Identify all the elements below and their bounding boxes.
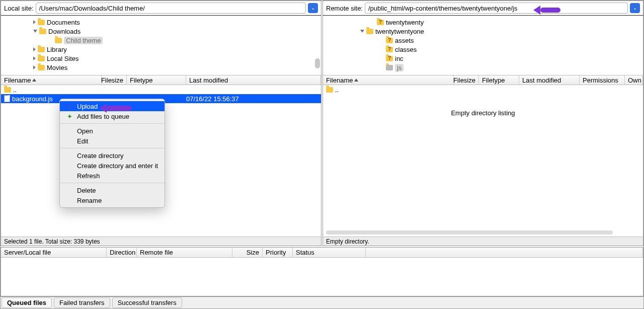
- tree-item-label: twentytwenty: [386, 19, 424, 26]
- col-filetype[interactable]: Filetype: [127, 75, 186, 85]
- tree-item-label: assets: [395, 37, 414, 44]
- menu-refresh[interactable]: Refresh: [60, 171, 165, 181]
- col-priority[interactable]: Priority: [263, 248, 293, 257]
- folder-icon: [386, 38, 393, 43]
- col-remote-file[interactable]: Remote file: [137, 248, 232, 257]
- add-queue-icon: ✦: [66, 113, 73, 120]
- tree-item-label: Movies: [47, 64, 67, 71]
- context-menu: ↑Upload ✦Add files to queue Open Edit Cr…: [59, 99, 165, 208]
- folder-icon: [38, 56, 45, 61]
- local-site-label: Local site:: [4, 5, 34, 12]
- empty-listing-message: Empty directory listing: [323, 94, 643, 117]
- col-permissions[interactable]: Permissions: [580, 75, 625, 85]
- remote-file-headers: Filename Filesize Filetype Last modified…: [323, 75, 643, 85]
- tree-item-label: Library: [47, 46, 67, 53]
- tree-item-label: Local Sites: [47, 55, 79, 62]
- remote-tree[interactable]: twentytwentytwentytwentyoneassetsclasses…: [323, 16, 643, 75]
- col-status[interactable]: Status: [293, 248, 366, 257]
- menu-separator: [60, 148, 165, 148]
- menu-create-dir[interactable]: Create directory: [60, 150, 165, 161]
- menu-separator: [60, 123, 165, 124]
- menu-separator: [60, 183, 165, 183]
- col-filesize[interactable]: Filesize: [102, 75, 127, 85]
- folder-icon: [386, 65, 393, 70]
- tree-item[interactable]: Documents: [1, 18, 321, 27]
- chevron-down-icon: ⌄: [633, 6, 637, 11]
- disclosure-triangle-icon[interactable]: [33, 47, 36, 51]
- col-size[interactable]: Size: [232, 248, 263, 257]
- transfer-queue-pane: Server/Local file Direction Remote file …: [1, 247, 643, 296]
- remote-status-bar: Empty directory.: [323, 237, 643, 246]
- menu-delete[interactable]: Delete: [60, 185, 165, 195]
- folder-icon: [386, 47, 393, 52]
- tree-item[interactable]: Child theme: [1, 36, 321, 45]
- disclosure-triangle-icon[interactable]: [33, 30, 37, 33]
- tab-queued-files[interactable]: Queued files: [2, 297, 52, 308]
- tree-item[interactable]: assets: [323, 36, 643, 45]
- remote-filelist[interactable]: .. Empty directory listing: [323, 85, 643, 237]
- menu-create-dir-enter[interactable]: Create directory and enter it: [60, 161, 165, 171]
- parent-dir-row[interactable]: ..: [323, 85, 643, 94]
- tree-item-label: Child theme: [64, 37, 103, 44]
- queue-body[interactable]: [1, 258, 643, 296]
- tree-item[interactable]: inc: [323, 54, 643, 63]
- folder-icon: [366, 29, 373, 34]
- disclosure-triangle-icon[interactable]: [360, 30, 364, 33]
- col-direction[interactable]: Direction: [107, 248, 137, 257]
- local-path-input[interactable]: [36, 3, 306, 14]
- remote-pane: Remote site: ⌄ twentytwentytwentytwentyo…: [323, 1, 643, 246]
- col-lastmod[interactable]: Last modified: [519, 75, 580, 85]
- tree-item[interactable]: js: [323, 63, 643, 72]
- file-icon: [4, 95, 10, 102]
- scrollbar-horizontal[interactable]: [326, 230, 613, 235]
- disclosure-triangle-icon[interactable]: [33, 65, 36, 69]
- parent-dir-row[interactable]: ..: [1, 85, 321, 94]
- tree-item-label: classes: [395, 46, 417, 53]
- local-file-headers: Filename Filesize Filetype Last modified: [1, 75, 321, 85]
- menu-edit[interactable]: Edit: [60, 136, 165, 146]
- remote-path-dropdown[interactable]: ⌄: [630, 3, 640, 13]
- col-filesize[interactable]: Filesize: [454, 75, 479, 85]
- tree-item[interactable]: twentytwenty: [323, 18, 643, 27]
- folder-icon: [326, 87, 333, 93]
- tree-item-label: twentytwentyone: [375, 28, 424, 35]
- tree-item[interactable]: Downloads: [1, 27, 321, 36]
- folder-icon: [38, 47, 45, 52]
- folder-icon: [377, 20, 384, 25]
- tree-item[interactable]: twentytwentyone: [323, 27, 643, 36]
- menu-rename[interactable]: Rename: [60, 195, 165, 205]
- tab-successful-transfers[interactable]: Successful transfers: [112, 297, 182, 308]
- col-lastmod[interactable]: Last modified: [186, 75, 321, 85]
- local-tree[interactable]: DocumentsDownloadsChild themeLibraryLoca…: [1, 16, 321, 75]
- queue-headers: Server/Local file Direction Remote file …: [1, 248, 643, 258]
- folder-icon: [39, 29, 46, 34]
- tree-item[interactable]: Movies: [1, 63, 321, 72]
- scrollbar-thumb[interactable]: [315, 58, 320, 68]
- tree-item-label: inc: [395, 55, 404, 62]
- menu-open[interactable]: Open: [60, 126, 165, 136]
- sort-asc-icon: [32, 79, 36, 82]
- tree-item-label: js: [395, 64, 404, 71]
- remote-path-input[interactable]: [365, 3, 628, 14]
- upload-icon: ↑: [66, 103, 73, 110]
- local-status-bar: Selected 1 file. Total size: 339 bytes: [1, 237, 321, 246]
- col-filename[interactable]: Filename: [1, 75, 102, 85]
- col-owner[interactable]: Own: [625, 75, 643, 85]
- tree-item-label: Documents: [47, 19, 80, 26]
- menu-upload[interactable]: ↑Upload: [60, 101, 165, 111]
- disclosure-triangle-icon[interactable]: [33, 20, 36, 24]
- remote-site-label: Remote site:: [326, 5, 363, 12]
- tree-item[interactable]: Local Sites: [1, 54, 321, 63]
- folder-icon: [55, 38, 62, 43]
- tree-item[interactable]: classes: [323, 45, 643, 54]
- tab-failed-transfers[interactable]: Failed transfers: [54, 297, 110, 308]
- tree-item[interactable]: Library: [1, 45, 321, 54]
- menu-add-queue[interactable]: ✦Add files to queue: [60, 111, 165, 121]
- col-filename[interactable]: Filename: [323, 75, 454, 85]
- col-server-local[interactable]: Server/Local file: [1, 248, 107, 257]
- disclosure-triangle-icon[interactable]: [33, 56, 36, 60]
- col-filetype[interactable]: Filetype: [479, 75, 519, 85]
- chevron-down-icon: ⌄: [311, 6, 315, 11]
- folder-icon: [4, 87, 11, 93]
- local-path-dropdown[interactable]: ⌄: [308, 3, 318, 13]
